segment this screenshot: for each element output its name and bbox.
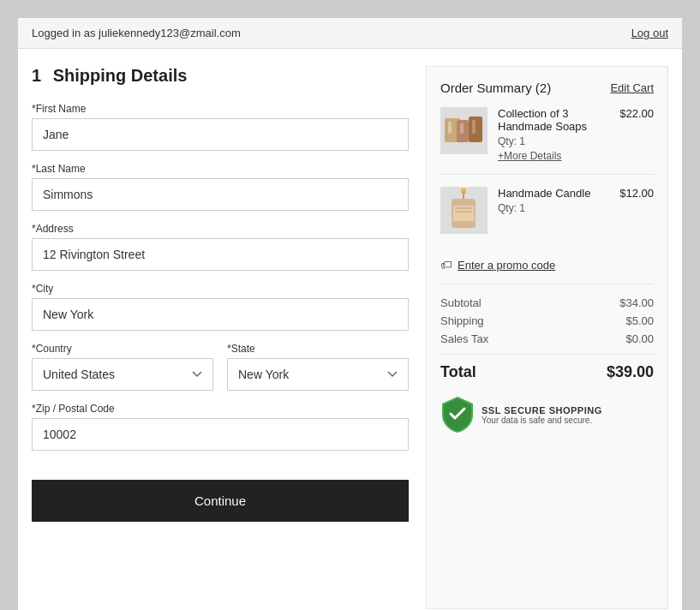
tax-label: Sales Tax xyxy=(440,332,488,345)
soap-image-svg xyxy=(443,110,486,152)
svg-point-11 xyxy=(461,188,466,194)
zip-group: *Zip / Postal Code xyxy=(32,403,409,451)
top-bar: Logged in as juliekennedy123@zmail.com L… xyxy=(18,18,682,49)
total-line: Total $39.00 xyxy=(440,354,654,381)
item-details-soap: Collection of 3Handmade Soaps Qty: 1 +Mo… xyxy=(498,107,619,162)
logout-link[interactable]: Log out xyxy=(631,27,668,39)
first-name-label: *First Name xyxy=(32,103,409,115)
state-group: *State New York California Texas Florida xyxy=(227,343,409,391)
ssl-shield-icon xyxy=(440,395,475,434)
page-container: Logged in as juliekennedy123@zmail.com L… xyxy=(17,17,683,610)
tax-value: $0.00 xyxy=(625,332,654,345)
svg-rect-5 xyxy=(472,120,476,134)
state-select[interactable]: New York California Texas Florida xyxy=(227,358,409,391)
zip-input[interactable] xyxy=(32,418,409,451)
shipping-section: 1 Shipping Details *First Name *Last Nam… xyxy=(32,66,409,609)
main-content: 1 Shipping Details *First Name *Last Nam… xyxy=(18,49,682,610)
logged-in-text: Logged in as juliekennedy123@zmail.com xyxy=(32,27,241,39)
address-input[interactable] xyxy=(32,238,409,271)
item-image-soap xyxy=(440,107,488,154)
tag-icon: 🏷 xyxy=(440,258,452,272)
shipping-value: $5.00 xyxy=(625,314,654,327)
item-details-candle: Handmade Candle Qty: 1 xyxy=(498,187,619,217)
order-summary: Order Summary (2) Edit Cart Colle xyxy=(426,66,668,609)
total-label: Total xyxy=(440,363,476,381)
item-price-soap: $22.00 xyxy=(619,107,654,120)
ssl-sublabel: Your data is safe and secure. xyxy=(482,416,602,425)
address-group: *Address xyxy=(32,223,409,271)
item-qty-soap: Qty: 1 xyxy=(498,135,619,147)
shipping-label: Shipping xyxy=(440,314,484,327)
state-label: *State xyxy=(227,343,409,355)
subtotal-value: $34.00 xyxy=(619,296,654,309)
city-group: *City xyxy=(32,283,409,331)
section-title-text: Shipping Details xyxy=(53,66,188,85)
first-name-group: *First Name xyxy=(32,103,409,151)
country-state-row: *Country United States Canada United Kin… xyxy=(32,343,409,403)
last-name-group: *Last Name xyxy=(32,163,409,211)
item-qty-candle: Qty: 1 xyxy=(498,202,619,214)
item-name-candle: Handmade Candle xyxy=(498,187,619,200)
svg-rect-1 xyxy=(448,122,452,134)
item-name-soap: Collection of 3Handmade Soaps xyxy=(498,107,619,133)
tax-line: Sales Tax $0.00 xyxy=(440,332,654,345)
ssl-label: SSL SECURE SHOPPING xyxy=(482,405,602,416)
last-name-input[interactable] xyxy=(32,178,409,211)
subtotal-line: Subtotal $34.00 xyxy=(440,296,654,309)
total-value: $39.00 xyxy=(607,363,654,381)
candle-image-svg xyxy=(445,188,484,233)
order-summary-header: Order Summary (2) Edit Cart xyxy=(440,81,654,95)
zip-label: *Zip / Postal Code xyxy=(32,403,409,415)
city-input[interactable] xyxy=(32,298,409,331)
country-group: *Country United States Canada United Kin… xyxy=(32,343,213,391)
country-select[interactable]: United States Canada United Kingdom xyxy=(32,358,213,391)
ssl-badge: SSL SECURE SHOPPING Your data is safe an… xyxy=(440,395,654,434)
item-image-candle xyxy=(440,187,488,234)
promo-link[interactable]: Enter a promo code xyxy=(458,259,555,272)
shipping-line: Shipping $5.00 xyxy=(440,314,654,327)
section-number: 1 xyxy=(32,66,41,85)
edit-cart-link[interactable]: Edit Cart xyxy=(610,81,654,94)
svg-rect-3 xyxy=(460,123,464,134)
subtotal-label: Subtotal xyxy=(440,296,482,309)
item-price-candle: $12.00 xyxy=(619,187,654,200)
last-name-label: *Last Name xyxy=(32,163,409,175)
first-name-input[interactable] xyxy=(32,118,409,151)
item-more-soap[interactable]: +More Details xyxy=(498,150,619,162)
address-label: *Address xyxy=(32,223,409,235)
ssl-text: SSL SECURE SHOPPING Your data is safe an… xyxy=(482,405,602,425)
section-title: 1 Shipping Details xyxy=(32,66,409,86)
continue-button[interactable]: Continue xyxy=(32,480,409,522)
city-label: *City xyxy=(32,283,409,295)
promo-section: 🏷 Enter a promo code xyxy=(440,258,654,284)
order-item-2: Handmade Candle Qty: 1 $12.00 xyxy=(440,187,654,246)
country-label: *Country xyxy=(32,343,213,355)
order-summary-title: Order Summary (2) xyxy=(440,81,551,95)
order-item-1: Collection of 3Handmade Soaps Qty: 1 +Mo… xyxy=(440,107,654,175)
